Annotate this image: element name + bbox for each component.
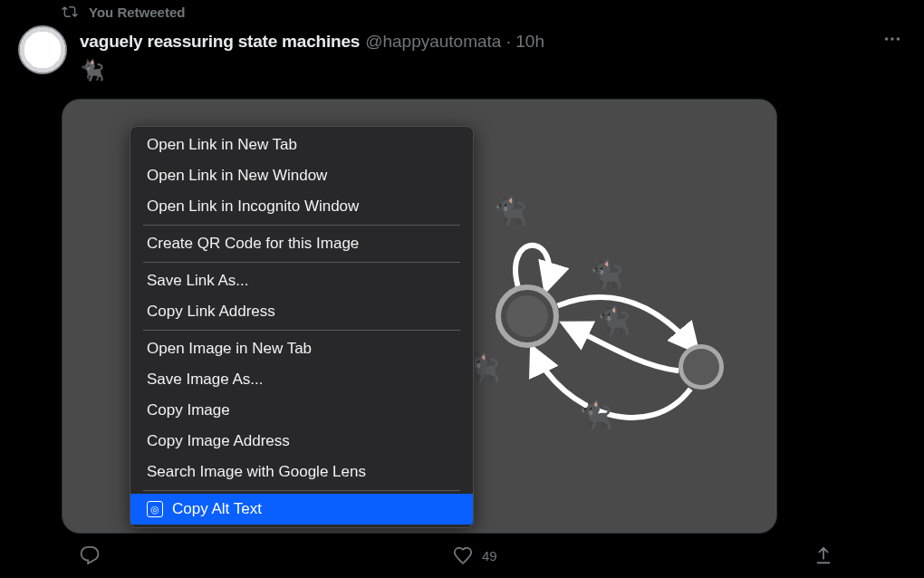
menu-copy-alt-text-label: Copy Alt Text [172,500,262,518]
retweet-indicator: You Retweeted [62,0,906,20]
share-icon [813,545,833,565]
retweet-label: You Retweeted [89,5,185,20]
menu-search-google-lens[interactable]: Search Image with Google Lens [130,457,473,487]
menu-copy-image[interactable]: Copy Image [130,395,473,426]
cat-emoji: 🐈‍⬛ [590,258,623,290]
reply-icon [80,545,100,565]
reply-button[interactable] [80,545,100,565]
separator-dot: · [506,32,511,51]
cat-emoji: 🐈‍⬛ [597,304,630,336]
menu-open-link-incognito[interactable]: Open Link in Incognito Window [130,191,473,222]
svg-point-1 [890,37,894,41]
svg-point-0 [885,37,889,41]
like-button[interactable]: 49 [453,545,497,565]
heart-icon [453,545,473,565]
menu-open-image-new-tab[interactable]: Open Image in New Tab [130,333,473,364]
accept-state-node [496,284,559,348]
share-button[interactable] [813,545,833,565]
context-menu: Open Link in New Tab Open Link in New Wi… [130,126,474,528]
timestamp[interactable]: 10h [515,32,544,51]
tweet-actions: 49 [80,536,906,574]
more-icon [882,29,902,49]
more-button[interactable] [879,25,906,57]
menu-copy-alt-text[interactable]: ◎ Copy Alt Text [130,494,473,525]
retweet-icon [62,4,78,20]
cat-emoji: 🐈‍⬛ [494,195,527,226]
cat-emoji: 🐈‍⬛ [579,399,612,430]
like-count: 49 [482,548,497,564]
handle[interactable]: @happyautomata [365,32,501,51]
tweet-text: 🐈‍⬛ [80,59,906,82]
menu-copy-link-address[interactable]: Copy Link Address [130,296,473,327]
menu-save-link-as[interactable]: Save Link As... [130,265,473,296]
svg-point-2 [897,37,900,41]
menu-create-qr-code[interactable]: Create QR Code for this Image [130,228,473,259]
menu-open-link-new-window[interactable]: Open Link in New Window [130,160,473,191]
avatar[interactable] [18,25,67,74]
menu-copy-image-address[interactable]: Copy Image Address [130,426,473,457]
display-name[interactable]: vaguely reassuring state machines [80,32,360,52]
menu-open-link-new-tab[interactable]: Open Link in New Tab [130,130,473,160]
menu-save-image-as[interactable]: Save Image As... [130,364,473,395]
extension-icon: ◎ [147,501,163,517]
